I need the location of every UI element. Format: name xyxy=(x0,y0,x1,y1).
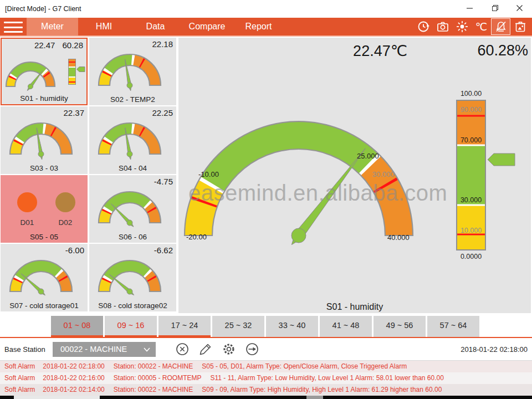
window-controls xyxy=(457,0,532,18)
app-window: [Direct Mode] - G7 Client Meter HMI Data… xyxy=(0,0,532,399)
bar-min-label: 0.0000 xyxy=(456,253,486,260)
digital-channel-d01-indicator xyxy=(17,192,37,212)
chevron-down-icon xyxy=(144,347,150,352)
sensor-tile-s02[interactable]: 22.18 S02 - TEMP2 xyxy=(89,38,176,105)
gauge-high-threshold-label: 25.000 xyxy=(357,152,379,160)
sensor-tile-grid: 22.4760.28 S01 - humidity 22.18 S02 - TE… xyxy=(1,38,177,311)
mini-gauge xyxy=(3,50,58,92)
bar-pointer-icon xyxy=(487,152,516,167)
edit-icon[interactable] xyxy=(198,342,213,356)
gauge-min-label: -20.00 xyxy=(186,233,207,241)
mini-gauge xyxy=(94,38,166,91)
nav-tab-meter[interactable]: Meter xyxy=(27,18,78,35)
tile-label: S03 - 03 xyxy=(1,164,88,172)
cancel-icon[interactable] xyxy=(175,342,190,356)
mini-gauge xyxy=(5,106,77,160)
minimize-icon xyxy=(466,4,473,14)
mini-gauge xyxy=(94,244,166,298)
mini-gauge xyxy=(5,244,77,298)
station-toolbar xyxy=(175,342,259,356)
sensor-tile-s06[interactable]: -4.75 S06 - 06 xyxy=(89,175,176,243)
close-icon xyxy=(516,4,523,14)
station-bar: Base Station 00022 - MACHINE 2018-01-22 … xyxy=(0,338,532,361)
page-tab-41-48[interactable]: 41 ~ 48 xyxy=(320,316,372,337)
gauge-alarm-threshold-label: 30.000 xyxy=(372,170,395,178)
camera-icon[interactable] xyxy=(433,18,452,35)
media-bar-segment xyxy=(306,396,323,399)
humidity-bar-gauge: 100.00 90.00070.00030.00010.000 0.0000 xyxy=(456,100,518,250)
nav-tab-compare[interactable]: Compare xyxy=(181,18,233,35)
media-bar-segment xyxy=(14,396,100,399)
page-tab-bar: 01 ~ 08 09 ~ 16 17 ~ 24 25 ~ 32 33 ~ 40 … xyxy=(0,314,532,337)
tile-label: S08 - cold storage02 xyxy=(89,301,176,310)
tile-label: S06 - 06 xyxy=(89,233,176,241)
nav-icon-bar: ℃ xyxy=(413,18,530,35)
nav-tabs: Meter HMI Data Compare Report xyxy=(27,18,284,35)
alarm-row[interactable]: Soft Alarm2018-01-22 02:14:00Station: 00… xyxy=(0,384,532,396)
sensor-tile-s03[interactable]: 22.37 S03 - 03 xyxy=(1,106,88,174)
nav-tab-data[interactable]: Data xyxy=(130,18,181,35)
gauge-max-label: 40.000 xyxy=(387,233,410,242)
celsius-icon[interactable]: ℃ xyxy=(472,18,491,35)
sensor-tile-s08[interactable]: -6.62 S08 - cold storage02 xyxy=(89,244,176,311)
menu-icon[interactable] xyxy=(4,22,23,33)
brightness-icon[interactable] xyxy=(452,18,472,35)
digital-channel-label: D01 xyxy=(15,218,39,227)
tile-label: S01 - humidity xyxy=(2,94,86,103)
page-tab-09-16[interactable]: 09 ~ 16 xyxy=(105,316,157,337)
bar-pointer-icon xyxy=(76,66,85,72)
history-icon[interactable] xyxy=(413,18,433,35)
image-clear-icon[interactable] xyxy=(510,18,530,35)
page-tab-25-32[interactable]: 25 ~ 32 xyxy=(212,316,264,337)
tile-label: S04 - 04 xyxy=(89,164,176,172)
temperature-readout: 22.47℃ xyxy=(332,42,407,60)
sensor-tile-s01[interactable]: 22.4760.28 S01 - humidity xyxy=(1,38,88,105)
base-station-label: Base Station xyxy=(4,345,45,354)
tile-label: S05 - 05 xyxy=(1,233,88,241)
mini-gauge xyxy=(94,106,166,160)
main-gauge xyxy=(180,112,418,249)
base-station-dropdown[interactable]: 00022 - MACHINE xyxy=(53,342,156,357)
tile-label: S02 - TEMP2 xyxy=(89,95,176,104)
current-timestamp: 2018-01-22 02:18:00 xyxy=(461,345,528,354)
go-icon[interactable] xyxy=(245,342,259,356)
mini-bar-gauge xyxy=(68,59,87,85)
digital-channel-d02-indicator xyxy=(55,192,75,212)
sensor-tile-s05[interactable]: D01 D02 S05 - 05 xyxy=(1,175,88,243)
main-panel: 22.47℃ 60.28% -20.00 40.000 -10.00 25.00… xyxy=(178,38,531,313)
titlebar: [Direct Mode] - G7 Client xyxy=(0,0,532,18)
selected-sensor-label: S01 - humidity xyxy=(178,302,531,312)
page-tab-49-56[interactable]: 49 ~ 56 xyxy=(374,316,426,337)
gauge-low-threshold-label: -10.00 xyxy=(198,170,219,178)
alarm-row[interactable]: Soft Alarm2018-01-22 02:16:00Station: 00… xyxy=(0,372,532,384)
mini-bar xyxy=(68,59,76,85)
sensor-tile-s07[interactable]: -6.00 S07 - cold storage01 xyxy=(1,244,88,311)
page-tab-17-24[interactable]: 17 ~ 24 xyxy=(158,316,211,337)
navbar: Meter HMI Data Compare Report ℃ xyxy=(0,18,532,37)
alarm-list: Soft Alarm2018-01-22 02:18:00Station: 00… xyxy=(0,361,532,396)
tile-label: S07 - cold storage01 xyxy=(1,301,88,310)
nav-tab-hmi[interactable]: HMI xyxy=(78,18,130,35)
bar-max-label: 100.00 xyxy=(456,90,486,98)
humidity-readout: 60.28% xyxy=(456,42,528,59)
window-title: [Direct Mode] - G7 Client xyxy=(5,5,81,13)
alarm-mute-icon[interactable] xyxy=(491,18,510,35)
restore-button[interactable] xyxy=(482,0,507,18)
bar-gauge-body xyxy=(456,100,486,250)
page-tab-57-64[interactable]: 57 ~ 64 xyxy=(427,316,479,337)
restore-icon xyxy=(491,4,499,14)
page-tab-33-40[interactable]: 33 ~ 40 xyxy=(266,316,318,337)
tile-values: 22.4760.28 xyxy=(27,40,83,50)
close-button[interactable] xyxy=(507,0,532,18)
page-tab-01-08[interactable]: 01 ~ 08 xyxy=(51,316,103,337)
nav-tab-report[interactable]: Report xyxy=(233,18,284,35)
sensor-tile-s04[interactable]: 22.25 S04 - 04 xyxy=(89,106,176,174)
settings-icon[interactable] xyxy=(222,342,236,356)
digital-channel-label: D02 xyxy=(53,218,78,227)
minimize-button[interactable] xyxy=(457,0,482,18)
bottom-media-bar[interactable] xyxy=(0,396,532,399)
mini-gauge xyxy=(94,175,166,229)
alarm-row[interactable]: Soft Alarm2018-01-22 02:18:00Station: 00… xyxy=(0,361,532,372)
